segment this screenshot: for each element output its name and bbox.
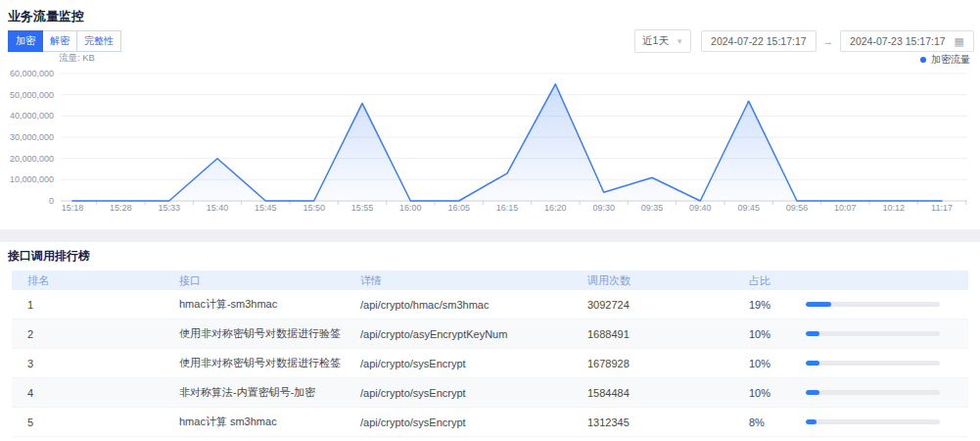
column-header-1: 接口 xyxy=(163,273,345,288)
cell-rank: 4 xyxy=(12,387,163,399)
cell-pct-bar xyxy=(790,361,968,366)
pct-bar-track xyxy=(806,390,940,395)
pct-bar-fill xyxy=(806,302,831,307)
cell-calls: 3092724 xyxy=(572,299,733,311)
cell-rank: 5 xyxy=(12,416,163,428)
cell-pct: 10% xyxy=(733,387,790,399)
y-tick-label: 60,000,000 xyxy=(10,69,54,78)
ranking-card: 接口调用排行榜 排名接口详情调用次数占比 1hmac计算-sm3hmac/api… xyxy=(0,242,980,441)
pct-bar-track xyxy=(806,419,940,424)
traffic-section-title: 业务流量监控 xyxy=(8,8,84,25)
cell-calls: 1688491 xyxy=(572,328,733,340)
cell-detail: /api/crypto/sysEncrypt xyxy=(345,416,572,428)
cell-api: 非对称算法-内置密钥号-加密 xyxy=(163,385,345,400)
y-tick-label: 40,000,000 xyxy=(10,111,54,121)
x-tick-label: 16:00 xyxy=(399,203,422,213)
column-header-4: 占比 xyxy=(733,273,790,288)
y-tick-label: 0 xyxy=(49,196,54,206)
end-datetime-value: 2024-07-23 15:17:17 xyxy=(850,35,946,47)
tab-decrypt[interactable]: 解密 xyxy=(42,30,77,52)
cell-pct-bar xyxy=(790,302,968,307)
start-datetime-input[interactable]: 2024-07-22 15:17:17 xyxy=(701,30,817,52)
section-divider xyxy=(0,229,980,242)
x-tick-label: 16:20 xyxy=(544,203,567,213)
cell-detail: /api/crypto/sysEncrypt xyxy=(345,358,572,369)
cell-calls: 1678928 xyxy=(572,358,733,369)
cell-calls: 1584484 xyxy=(572,387,733,399)
x-tick-label: 15:55 xyxy=(351,203,374,213)
x-tick-label: 15:45 xyxy=(255,203,277,213)
column-header-3: 调用次数 xyxy=(572,273,733,288)
traffic-line-chart: 60,000,00050,000,00040,000,00030,000,000… xyxy=(0,63,980,221)
y-tick-label: 50,000,000 xyxy=(10,90,54,100)
pct-bar-fill xyxy=(806,390,819,395)
cell-pct: 10% xyxy=(733,358,790,369)
x-tick-label: 15:28 xyxy=(110,203,132,213)
ranking-table: 排名接口详情调用次数占比 1hmac计算-sm3hmac/api/crypto/… xyxy=(12,270,968,437)
x-tick-label: 11:17 xyxy=(931,203,953,213)
table-row: 3使用非对称密钥号对数据进行检签/api/crypto/sysEncrypt16… xyxy=(12,349,968,378)
pct-bar-track xyxy=(806,361,940,366)
pct-bar-fill xyxy=(806,331,819,336)
x-tick-label: 09:40 xyxy=(689,203,712,213)
time-range-value: 近1天 xyxy=(642,34,669,48)
time-controls: 近1天 ▼ 2024-07-22 15:17:17 → 2024-07-23 1… xyxy=(634,29,974,53)
cell-pct-bar xyxy=(790,331,968,336)
cell-api: 使用非对称密钥号对数据进行验签 xyxy=(163,326,345,341)
table-row: 5hmac计算 sm3hmac/api/crypto/sysEncrypt131… xyxy=(12,408,968,437)
x-tick-label: 16:15 xyxy=(496,203,519,213)
pct-bar-fill xyxy=(806,419,817,424)
cell-rank: 3 xyxy=(12,358,163,369)
cell-api: hmac计算-sm3hmac xyxy=(163,297,345,312)
x-tick-label: 15:40 xyxy=(207,203,229,213)
cell-pct: 10% xyxy=(733,328,790,340)
x-tick-label: 09:30 xyxy=(592,203,615,213)
column-header-2: 详情 xyxy=(345,273,572,288)
table-row: 4非对称算法-内置密钥号-加密/api/crypto/sysEncrypt158… xyxy=(12,378,968,408)
x-tick-label: 10:07 xyxy=(834,203,857,213)
pct-bar-fill xyxy=(806,361,819,366)
cell-rank: 2 xyxy=(12,328,163,340)
x-tick-label: 10:12 xyxy=(882,203,905,213)
x-tick-label: 09:35 xyxy=(641,203,664,213)
y-tick-label: 20,000,000 xyxy=(10,154,54,164)
start-datetime-value: 2024-07-22 15:17:17 xyxy=(711,35,807,47)
table-row: 2使用非对称密钥号对数据进行验签/api/crypto/asyEncryptKe… xyxy=(12,319,968,349)
x-tick-label: 16:05 xyxy=(447,203,470,213)
x-tick-label: 09:45 xyxy=(737,203,760,213)
table-header: 排名接口详情调用次数占比 xyxy=(12,270,968,290)
x-tick-label: 09:56 xyxy=(786,203,809,213)
series-area xyxy=(72,84,942,201)
cell-api: 使用非对称密钥号对数据进行检签 xyxy=(163,356,345,370)
cell-detail: /api/crypto/asyEncryptKeyNum xyxy=(345,328,572,340)
column-header-0: 排名 xyxy=(12,273,163,288)
cell-api: hmac计算 sm3hmac xyxy=(163,415,345,429)
cell-detail: /api/crypto/hmac/sm3hmac xyxy=(345,299,572,311)
chevron-down-icon: ▼ xyxy=(676,37,683,46)
x-tick-label: 15:33 xyxy=(158,203,180,213)
date-range-arrow: → xyxy=(823,35,834,47)
pct-bar-track xyxy=(806,302,940,307)
y-tick-label: 30,000,000 xyxy=(10,132,54,142)
cell-calls: 1312345 xyxy=(572,416,733,428)
tab-integrity[interactable]: 完整性 xyxy=(76,30,121,52)
y-tick-label: 10,000,000 xyxy=(10,174,54,184)
cell-pct-bar xyxy=(790,390,968,395)
traffic-type-tabs: 加密 解密 完整性 xyxy=(8,30,121,52)
x-tick-label: 15:18 xyxy=(62,203,84,213)
table-body: 1hmac计算-sm3hmac/api/crypto/hmac/sm3hmac3… xyxy=(12,290,968,437)
calendar-icon[interactable]: ▦ xyxy=(955,36,964,47)
cell-detail: /api/crypto/sysEncrypt xyxy=(345,387,572,399)
ranking-section-title: 接口调用排行榜 xyxy=(8,248,90,265)
cell-pct: 19% xyxy=(733,299,790,311)
cell-rank: 1 xyxy=(12,299,163,311)
time-range-select[interactable]: 近1天 ▼ xyxy=(634,29,691,53)
end-datetime-input[interactable]: 2024-07-23 15:17:17 ▦ xyxy=(840,30,974,52)
cell-pct-bar xyxy=(790,419,968,424)
table-row: 1hmac计算-sm3hmac/api/crypto/hmac/sm3hmac3… xyxy=(12,290,968,319)
pct-bar-track xyxy=(806,331,940,336)
traffic-monitor-card: 业务流量监控 加密 解密 完整性 近1天 ▼ 2024-07-22 15:17:… xyxy=(0,0,980,229)
cell-pct: 8% xyxy=(733,416,790,428)
tab-encrypt[interactable]: 加密 xyxy=(8,30,43,52)
x-tick-label: 15:50 xyxy=(303,203,325,213)
